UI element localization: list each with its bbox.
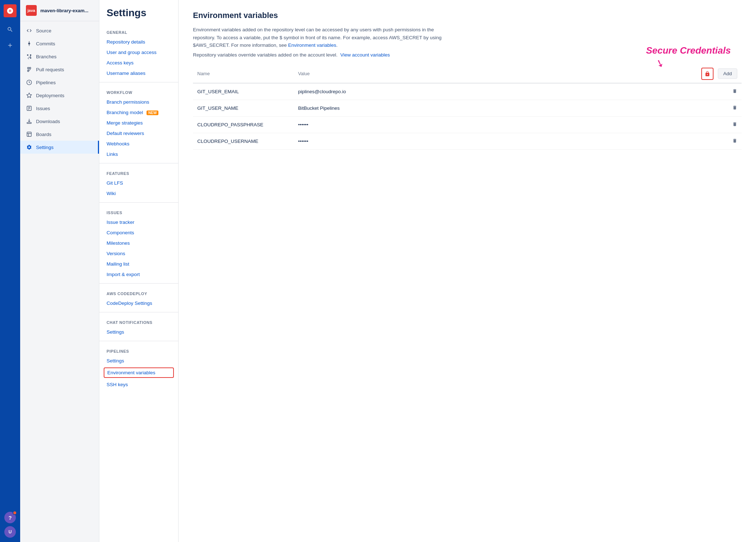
table-row: CLOUDREPO_PASSPHRASE ••••••	[193, 116, 742, 133]
section-header-chat: CHAT NOTIFICATIONS	[99, 316, 178, 327]
nav-codedeploy[interactable]: CodeDeploy Settings	[99, 298, 178, 308]
lock-button[interactable]	[701, 68, 714, 80]
env-var-name: GIT_USER_EMAIL	[193, 83, 294, 100]
sidebar-item-label-source: Source	[36, 28, 51, 33]
col-lock-header: Add	[697, 65, 742, 83]
page-title: Environment variables	[193, 11, 742, 20]
nav-username-aliases[interactable]: Username aliases	[99, 68, 178, 78]
nav-versions[interactable]: Versions	[99, 248, 178, 259]
sidebar-item-label-branches: Branches	[36, 54, 57, 59]
env-variables-link[interactable]: Environment variables	[288, 42, 336, 48]
repo-name: maven-library-exam...	[40, 8, 89, 13]
help-button[interactable]: ?	[4, 512, 16, 523]
section-header-workflow: WORKFLOW	[99, 86, 178, 97]
nav-chat-settings[interactable]: Settings	[99, 327, 178, 337]
sidebar-item-label-deployments: Deployments	[36, 93, 64, 98]
sidebar-item-deployments[interactable]: Deployments	[20, 89, 99, 102]
nav-repo-details[interactable]: Repository details	[99, 37, 178, 47]
sidebar-item-source[interactable]: Source	[20, 24, 99, 37]
new-badge: NEW	[147, 110, 158, 115]
table-row: GIT_USER_EMAIL piplines@cloudrepo.io	[193, 83, 742, 100]
main-content: Environment variables Environment variab…	[179, 0, 756, 542]
nav-branching-model[interactable]: Branching model NEW	[99, 107, 178, 118]
nav-webhooks[interactable]: Webhooks	[99, 139, 178, 149]
view-account-link[interactable]: View account variables	[340, 52, 390, 58]
col-name-header: Name	[193, 65, 294, 83]
nav-merge-strategies[interactable]: Merge strategies	[99, 118, 178, 128]
nav-components[interactable]: Components	[99, 227, 178, 238]
env-var-actions	[697, 133, 742, 149]
env-var-value: BitBucket Pipelines	[294, 100, 697, 116]
env-var-actions	[697, 83, 742, 100]
nav-user-group-access[interactable]: User and group access	[99, 47, 178, 58]
source-icon	[26, 27, 32, 34]
nav-issue-tracker[interactable]: Issue tracker	[99, 217, 178, 227]
table-row: CLOUDREPO_USERNAME ••••••	[193, 133, 742, 149]
sidebar-item-label-settings: Settings	[36, 145, 54, 150]
nav-env-variables[interactable]: Environment variables	[104, 367, 174, 378]
env-var-actions	[697, 100, 742, 116]
env-var-value: piplines@cloudrepo.io	[294, 83, 697, 100]
env-var-name: CLOUDREPO_USERNAME	[193, 133, 294, 149]
env-var-value: ••••••	[294, 133, 697, 149]
section-header-issues: ISSUES	[99, 206, 178, 217]
branches-icon	[26, 53, 32, 60]
env-var-name: GIT_USER_NAME	[193, 100, 294, 116]
left-nav: java maven-library-exam... Source Commit…	[20, 0, 99, 542]
boards-icon	[26, 131, 32, 137]
svg-rect-8	[27, 132, 31, 136]
delete-button[interactable]	[732, 105, 737, 111]
nav-import-export[interactable]: Import & export	[99, 269, 178, 280]
issues-icon	[26, 105, 32, 112]
app-logo[interactable]	[4, 4, 17, 17]
deployments-icon	[26, 92, 32, 99]
user-avatar[interactable]: U	[4, 526, 16, 538]
nav-mailing-list[interactable]: Mailing list	[99, 259, 178, 269]
pipelines-icon	[26, 79, 32, 86]
nav-ssh-keys[interactable]: SSH keys	[99, 379, 178, 390]
settings-nav: Settings GENERAL Repository details User…	[99, 0, 179, 542]
nav-access-keys[interactable]: Access keys	[99, 58, 178, 68]
nav-wiki[interactable]: Wiki	[99, 188, 178, 199]
delete-button[interactable]	[732, 89, 737, 95]
sidebar-item-label-downloads: Downloads	[36, 119, 60, 124]
sidebar-item-branches[interactable]: Branches	[20, 50, 99, 63]
section-header-features: FEATURES	[99, 167, 178, 178]
create-button[interactable]	[4, 39, 17, 52]
table-container: Secure Credentials ➘ Name Value Add	[193, 65, 742, 150]
section-header-pipelines: PIPELINES	[99, 345, 178, 356]
add-button[interactable]: Add	[718, 68, 737, 79]
description-text: Environment variables added on the repos…	[193, 26, 445, 49]
delete-button[interactable]	[732, 122, 737, 128]
env-var-actions	[697, 116, 742, 133]
commits-icon	[26, 40, 32, 47]
sidebar-item-issues[interactable]: Issues	[20, 102, 99, 115]
sidebar-item-pipelines[interactable]: Pipelines	[20, 76, 99, 89]
sidebar-item-label-boards: Boards	[36, 132, 51, 137]
nav-links[interactable]: Links	[99, 149, 178, 159]
override-text: Repository variables override variables …	[193, 52, 742, 58]
delete-button[interactable]	[732, 139, 737, 144]
section-header-general: GENERAL	[99, 26, 178, 37]
sidebar-item-label-pull-requests: Pull requests	[36, 67, 64, 72]
env-var-value: ••••••	[294, 116, 697, 133]
nav-milestones[interactable]: Milestones	[99, 238, 178, 248]
env-var-name: CLOUDREPO_PASSPHRASE	[193, 116, 294, 133]
section-header-aws: AWS CODEDEPLOY	[99, 287, 178, 298]
svg-rect-7	[27, 122, 31, 123]
repo-icon: java	[26, 5, 37, 16]
sidebar-item-commits[interactable]: Commits	[20, 37, 99, 50]
sidebar-item-downloads[interactable]: Downloads	[20, 115, 99, 128]
nav-default-reviewers[interactable]: Default reviewers	[99, 128, 178, 139]
nav-git-lfs[interactable]: Git LFS	[99, 178, 178, 188]
sidebar-item-pull-requests[interactable]: Pull requests	[20, 63, 99, 76]
sidebar-item-boards[interactable]: Boards	[20, 128, 99, 141]
downloads-icon	[26, 118, 32, 125]
nav-pipelines-settings[interactable]: Settings	[99, 356, 178, 366]
sidebar-item-label-pipelines: Pipelines	[36, 80, 56, 85]
search-button[interactable]	[4, 23, 17, 36]
nav-branch-permissions[interactable]: Branch permissions	[99, 97, 178, 107]
table-row: GIT_USER_NAME BitBucket Pipelines	[193, 100, 742, 116]
sidebar-item-settings[interactable]: Settings	[20, 141, 99, 154]
svg-point-0	[28, 42, 30, 44]
